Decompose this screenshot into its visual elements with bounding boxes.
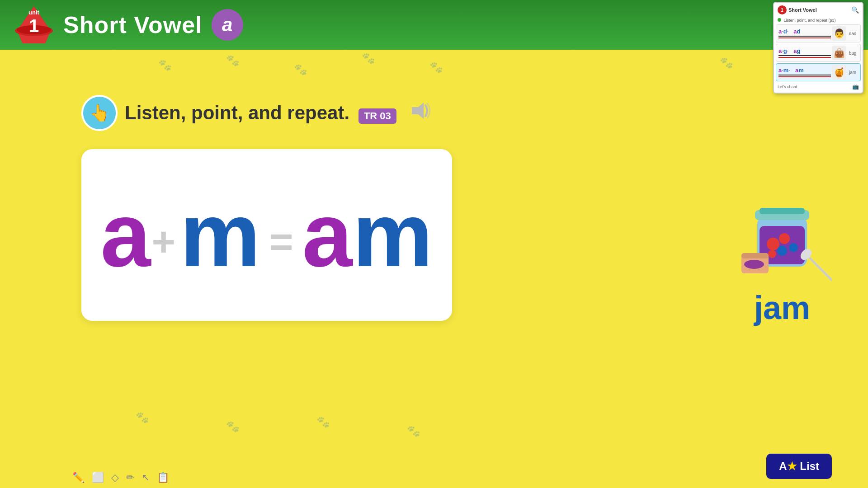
toolbar: ✏️ ⬜ ◇ ✏ ↖ 📋: [72, 472, 169, 483]
svg-rect-13: [760, 208, 805, 214]
vowel-circle: a: [212, 9, 243, 41]
plus-sign: +: [152, 219, 176, 265]
thumb-word-jam: jam: [846, 70, 859, 75]
thumb-image-bag: 👜: [832, 46, 846, 60]
svg-point-10: [789, 243, 798, 252]
jam-word: jam: [754, 289, 810, 326]
a-list-label: A★ List: [779, 460, 819, 473]
thumb-unit-badge: 1: [778, 5, 787, 14]
instruction-text: Listen, point, and repeat. TR 03: [125, 102, 396, 124]
thumb-letters-ad-left: a·d· ad: [778, 28, 831, 35]
unit-badge: unit 1: [14, 5, 54, 45]
equals-sign: =: [269, 219, 293, 265]
hand-icon: 👆: [81, 95, 118, 131]
jam-jar-image: [732, 185, 832, 285]
unit-number: 1: [29, 16, 39, 36]
thumb-image-dad: 👨: [832, 26, 846, 41]
diamond-icon[interactable]: ◇: [111, 472, 119, 483]
clipboard-icon[interactable]: 📋: [157, 472, 169, 483]
unit-label: unit: [28, 9, 39, 16]
thumb-row-ag[interactable]: a·g· ag 👜 bag: [776, 44, 861, 62]
word-card: a + m = am: [81, 149, 452, 321]
svg-marker-4: [412, 103, 424, 119]
svg-point-11: [768, 250, 776, 258]
thumb-subtitle: Listen, point, and repeat (p3): [776, 17, 861, 23]
thumb-search-icon[interactable]: 🔍: [851, 6, 859, 14]
svg-point-8: [779, 233, 790, 244]
page-title: Short Vowel: [63, 11, 203, 38]
svg-point-9: [777, 246, 787, 256]
letter-m: m: [180, 190, 260, 280]
thumb-image-jam: 🍯: [832, 65, 846, 80]
thumb-footer-label[interactable]: Let's chant: [778, 84, 797, 89]
thumb-footer: Let's chant 📺: [776, 83, 861, 91]
thumb-row-ad[interactable]: a·d· ad 👨 dad: [776, 24, 861, 42]
word-result: am: [302, 190, 433, 280]
pencil-icon[interactable]: ✏️: [72, 472, 85, 483]
thumb-row-am[interactable]: a·m· am 🍯 jam: [776, 63, 861, 81]
svg-line-14: [809, 258, 832, 280]
speaker-icon[interactable]: [409, 101, 433, 125]
letter-a: a: [100, 190, 151, 280]
svg-point-7: [767, 238, 779, 250]
a-list-button[interactable]: A★ List: [766, 454, 832, 479]
thumb-word-bag: bag: [846, 51, 859, 56]
thumb-footer-icon[interactable]: 📺: [852, 84, 859, 90]
cursor-icon[interactable]: ↖: [142, 472, 150, 483]
rectangle-icon[interactable]: ⬜: [92, 472, 104, 483]
thumbnail-panel: 1 Short Vowel 🔍 Listen, point, and repea…: [773, 2, 863, 94]
instruction-row: 👆 Listen, point, and repeat. TR 03: [81, 95, 433, 131]
main-content: 🐾 🐾 🐾 🐾 🐾 🐾 🐾 🐾 🐾 🐾 🐾 👆 Listen, point, a…: [0, 50, 868, 488]
thumb-header: 1 Short Vowel 🔍: [776, 5, 861, 15]
svg-point-18: [744, 260, 764, 269]
thumb-letters-am-left: a·m· am: [778, 67, 831, 74]
thumb-title: Short Vowel: [788, 7, 851, 13]
track-badge[interactable]: TR 03: [359, 108, 396, 124]
highlighter-icon[interactable]: ✏: [126, 472, 134, 483]
jam-area: jam: [732, 185, 832, 326]
thumb-word-dad: dad: [846, 31, 859, 36]
thumb-letters-ag-left: a·g· ag: [778, 47, 831, 54]
header: unit 1 Short Vowel a: [0, 0, 868, 50]
green-dot: [778, 18, 781, 22]
svg-rect-17: [741, 253, 769, 258]
